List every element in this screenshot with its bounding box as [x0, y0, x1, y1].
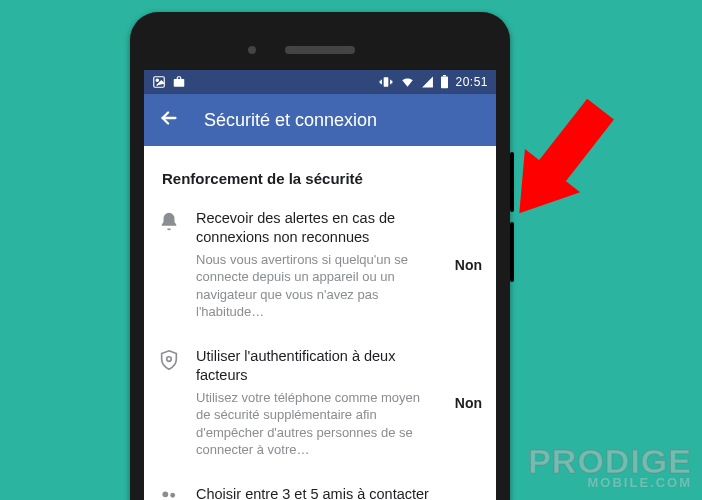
svg-rect-9: [537, 99, 614, 185]
setting-title: Choisir entre 3 et 5 amis à contacter si…: [196, 485, 433, 500]
image-icon: [152, 75, 166, 89]
setting-title: Recevoir des alertes en cas de connexion…: [196, 209, 433, 247]
phone-volume-button: [510, 152, 514, 212]
briefcase-icon: [172, 75, 186, 89]
battery-icon: [440, 75, 449, 89]
phone-power-button: [510, 222, 514, 282]
phone-frame: 20:51 Sécurité et connexion Renforcement…: [130, 12, 510, 500]
wifi-icon: [400, 75, 415, 89]
svg-point-7: [162, 491, 168, 497]
svg-rect-3: [384, 77, 389, 86]
friends-icon: [158, 487, 182, 500]
setting-title: Utiliser l'authentification à deux facte…: [196, 347, 433, 385]
status-bar: 20:51: [144, 70, 496, 94]
svg-point-8: [170, 493, 175, 498]
vibrate-icon: [378, 75, 394, 89]
setting-value: Non: [447, 257, 482, 273]
watermark: PRODIGE MOBILE.COM: [528, 442, 692, 490]
svg-rect-2: [174, 79, 185, 87]
svg-rect-5: [444, 75, 447, 76]
back-button[interactable]: [158, 107, 180, 133]
svg-rect-4: [441, 76, 448, 88]
bell-icon: [158, 211, 182, 237]
app-header: Sécurité et connexion: [144, 94, 496, 146]
settings-list: Renforcement de la sécurité Recevoir des…: [144, 146, 496, 500]
setting-description: Nous vous avertirons si quelqu'un se con…: [196, 251, 433, 321]
signal-icon: [421, 75, 434, 89]
page-title: Sécurité et connexion: [204, 110, 377, 131]
setting-value: Non: [447, 395, 482, 411]
setting-row-2fa[interactable]: Utiliser l'authentification à deux facte…: [144, 343, 496, 481]
phone-speaker: [285, 46, 355, 54]
screen: 20:51 Sécurité et connexion Renforcement…: [144, 70, 496, 500]
setting-row-trusted-contacts[interactable]: Choisir entre 3 et 5 amis à contacter si…: [144, 481, 496, 500]
shield-icon: [158, 349, 182, 375]
svg-point-6: [167, 357, 172, 362]
phone-sensor: [248, 46, 256, 54]
setting-description: Utilisez votre téléphone comme moyen de …: [196, 389, 433, 459]
setting-row-alerts[interactable]: Recevoir des alertes en cas de connexion…: [144, 205, 496, 343]
svg-point-1: [156, 79, 158, 81]
status-clock: 20:51: [455, 75, 488, 89]
section-title: Renforcement de la sécurité: [144, 156, 496, 205]
